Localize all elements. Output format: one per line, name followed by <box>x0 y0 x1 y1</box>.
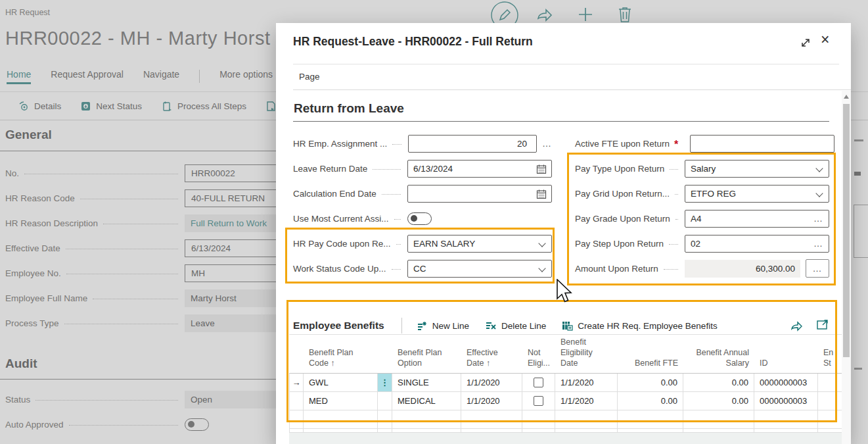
table-row[interactable]: →GWL⋮SINGLE1/1/20201/1/20200.000.0000000… <box>289 374 843 392</box>
column-header-7[interactable]: ID <box>754 335 818 373</box>
column-header-5[interactable]: Benefit FTE <box>618 335 683 373</box>
column-header-0[interactable]: Benefit PlanCode ↑ <box>304 335 378 373</box>
expand-dialog-icon[interactable] <box>800 37 811 49</box>
screen: HR Request HRR00022 - MH - Marty Horst H… <box>0 0 868 444</box>
close-icon[interactable]: × <box>821 31 829 48</box>
hr-pay-code-dropdown[interactable]: EARN SALARY <box>407 235 552 253</box>
fields-column-right: Active FTE upon Return * Pay Type Upon R… <box>575 131 829 281</box>
create-benefits-button[interactable]: Create HR Req. Employee Benefits <box>562 320 717 331</box>
field-pay-grid: Pay Grid Upon Return... ETFO REG <box>575 181 829 206</box>
lookup-value: A4 <box>691 214 702 224</box>
use-most-current-toggle[interactable] <box>407 212 432 225</box>
scroll-up-icon[interactable] <box>844 95 849 99</box>
hr-emp-assignment-input[interactable]: 20 <box>408 135 537 153</box>
pay-type-dropdown[interactable]: Salary <box>685 160 829 178</box>
assist-ellipsis-icon[interactable]: … <box>813 213 823 224</box>
divider <box>293 64 839 64</box>
cell-5 <box>618 410 683 429</box>
checkbox[interactable] <box>534 378 543 387</box>
row-selector-cell[interactable] <box>289 392 304 410</box>
cell-5[interactable]: 0.00 <box>618 392 683 410</box>
field-label: HR Pay Code upon Re... <box>293 239 391 249</box>
dotted-leader <box>675 194 678 195</box>
pay-grade-input[interactable]: A4… <box>685 210 829 228</box>
open-in-new-icon[interactable] <box>816 318 829 332</box>
table-row[interactable] <box>289 429 843 433</box>
cell-8[interactable] <box>818 374 843 392</box>
cell-0[interactable]: MED <box>304 392 378 410</box>
table-row[interactable] <box>289 410 843 429</box>
not-eligible-checkbox-cell <box>522 429 555 433</box>
divider <box>293 89 851 90</box>
dotted-leader <box>394 219 401 220</box>
row-menu-cell[interactable] <box>378 392 392 410</box>
delete-line-button[interactable]: Delete Line <box>485 321 546 331</box>
cell-7 <box>754 429 818 433</box>
field-calculation-end-date: Calculation End Date <box>293 181 552 206</box>
scrollbar-thumb[interactable] <box>843 104 850 357</box>
benefits-body: →GWL⋮SINGLE1/1/20201/1/20200.000.0000000… <box>289 374 843 433</box>
cell-0 <box>304 410 378 429</box>
column-header-3[interactable]: NotEligi... <box>522 335 555 373</box>
cell-7[interactable]: 0000000003 <box>754 374 818 392</box>
row-menu-icon[interactable]: ⋮ <box>378 374 392 392</box>
not-eligible-checkbox-cell <box>522 410 555 429</box>
dropdown-value: CC <box>413 264 426 274</box>
vertical-scrollbar[interactable] <box>842 91 851 444</box>
cell-0[interactable]: GWL <box>304 374 378 392</box>
cell-6[interactable]: 0.00 <box>683 392 754 410</box>
menu-page[interactable]: Page <box>299 72 320 82</box>
cell-8[interactable] <box>818 392 843 410</box>
field-hr-emp-assignment: HR Emp. Assignment ... 20 … <box>293 131 552 156</box>
calculation-end-date-input[interactable] <box>407 185 552 203</box>
cell-4[interactable]: 1/1/2020 <box>555 374 618 392</box>
share-icon[interactable] <box>790 318 804 332</box>
column-header-6[interactable]: Benefit AnnualSalary <box>683 335 754 373</box>
fields-column-left: HR Emp. Assignment ... 20 … Leave Return… <box>293 131 552 281</box>
cell-2[interactable]: 1/1/2020 <box>461 374 522 392</box>
dialog-title: HR Request-Leave - HRR00022 - Full Retur… <box>293 35 533 49</box>
row-menu-cell <box>378 410 392 429</box>
cell-4[interactable]: 1/1/2020 <box>555 392 618 410</box>
assist-ellipsis-icon[interactable]: … <box>813 238 823 249</box>
calendar-icon[interactable] <box>536 189 547 199</box>
table-row[interactable]: MEDMEDICAL1/1/20201/1/20200.000.00000000… <box>289 392 843 410</box>
cell-6[interactable]: 0.00 <box>683 374 754 392</box>
field-label: Work Status Code Up... <box>293 264 386 274</box>
field-active-fte: Active FTE upon Return * <box>575 131 829 156</box>
active-row-arrow-icon[interactable]: → <box>289 374 304 392</box>
divider <box>401 318 402 333</box>
not-eligible-checkbox-cell[interactable] <box>522 374 555 392</box>
field-label: Pay Grade Upon Return <box>575 214 670 224</box>
calendar-icon[interactable] <box>536 164 547 174</box>
leave-return-date-input[interactable]: 6/13/2024 <box>407 160 552 178</box>
active-fte-input[interactable] <box>690 135 834 153</box>
column-header-4[interactable]: BenefitEligibilityDate <box>555 335 618 373</box>
column-header-8[interactable]: EnSt <box>818 335 843 373</box>
checkbox[interactable] <box>534 396 543 406</box>
cell-7 <box>754 410 818 429</box>
cell-2[interactable]: 1/1/2020 <box>461 392 522 410</box>
new-line-button[interactable]: New Line <box>417 321 469 331</box>
pay-grid-dropdown[interactable]: ETFO REG <box>685 185 829 203</box>
column-header-spacer <box>289 335 304 373</box>
cell-1[interactable]: SINGLE <box>392 374 461 392</box>
dropdown-value: ETFO REG <box>691 189 736 199</box>
dotted-leader <box>392 269 401 270</box>
cell-8 <box>818 410 843 429</box>
column-header-1[interactable]: Benefit PlanOption <box>392 335 461 373</box>
cell-4 <box>555 410 618 429</box>
column-header-2[interactable]: EffectiveDate ↑ <box>461 335 522 373</box>
pay-step-input[interactable]: 02… <box>685 235 829 253</box>
cell-1[interactable]: MEDICAL <box>392 392 461 410</box>
not-eligible-checkbox-cell[interactable] <box>522 392 555 410</box>
cell-1 <box>392 410 461 429</box>
amount-assist-button[interactable]: … <box>806 259 829 278</box>
cell-5[interactable]: 0.00 <box>618 374 683 392</box>
new-line-icon <box>417 321 428 331</box>
benefits-header-row: Benefit PlanCode ↑Benefit PlanOptionEffe… <box>289 334 843 374</box>
assist-ellipsis-icon[interactable]: … <box>542 138 552 149</box>
dropdown-value: Salary <box>691 164 716 174</box>
cell-7[interactable]: 0000000003 <box>754 392 818 410</box>
work-status-code-dropdown[interactable]: CC <box>407 260 552 278</box>
